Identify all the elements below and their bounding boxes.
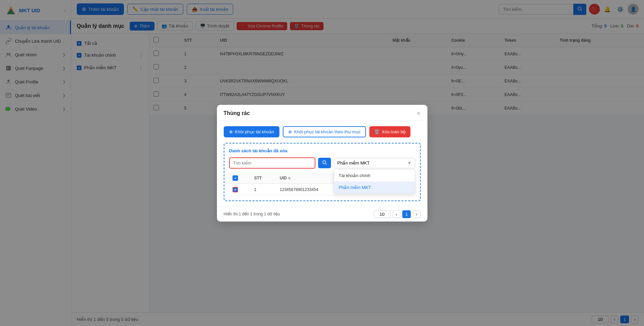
- modal-next-page-button[interactable]: ›: [413, 210, 420, 218]
- svg-line-17: [325, 163, 327, 165]
- modal-search-input[interactable]: [229, 157, 315, 169]
- sort-icon: ⇅: [288, 176, 291, 180]
- xoa-toan-bo-button[interactable]: 🗑️ Xóa toàn bộ: [369, 126, 410, 137]
- modal-header: Thùng rác ×: [217, 105, 427, 121]
- modal-page-1-button[interactable]: 1: [402, 210, 411, 218]
- modal-pagination: ‹ 1 ›: [374, 210, 421, 218]
- modal-close-button[interactable]: ×: [417, 110, 421, 116]
- dropdown-options-popup: Tài khoản chính Phần mềm MKT: [334, 169, 415, 194]
- deleted-list-section: Danh sách tài khoản đã xóa Tài khoản chí…: [224, 143, 421, 201]
- category-dropdown[interactable]: Tài khoản chính Phần mềm MKT: [334, 158, 415, 168]
- modal-row-checkbox[interactable]: [233, 187, 238, 192]
- modal-col-stt: STT: [251, 173, 276, 184]
- modal-dropdown-wrapper: Tài khoản chính Phần mềm MKT ▼ Tài khoản…: [334, 158, 415, 168]
- thung-rac-modal: Thùng rác × ⊕ Khôi phục tài khoản ⊕ Khôi…: [217, 105, 427, 222]
- modal-overlay[interactable]: Thùng rác × ⊕ Khôi phục tài khoản ⊕ Khôi…: [0, 0, 644, 326]
- svg-point-16: [323, 160, 326, 164]
- modal-prev-page-button[interactable]: ‹: [393, 210, 400, 218]
- modal-row-stt: 1: [251, 184, 276, 195]
- dropdown-option-tai-khoan-chinh[interactable]: Tài khoản chính: [334, 170, 415, 181]
- modal-page-info: Hiển thị 1 đến 1 trong 1 dữ liệu: [224, 212, 280, 216]
- modal-select-all-checkbox[interactable]: [233, 175, 238, 181]
- modal-page-size-input[interactable]: [374, 210, 391, 218]
- modal-title: Thùng rác: [224, 110, 250, 116]
- delete-all-icon: 🗑️: [374, 129, 380, 134]
- khoi-phuc-theo-thu-muc-button[interactable]: ⊕ Khôi phục tài khoản theo thư mục: [283, 126, 366, 137]
- modal-action-buttons: ⊕ Khôi phục tài khoản ⊕ Khôi phục tài kh…: [224, 126, 421, 137]
- khoi-phuc-tai-khoan-button[interactable]: ⊕ Khôi phục tài khoản: [224, 126, 280, 137]
- restore-folder-icon: ⊕: [288, 129, 292, 134]
- dropdown-option-phan-mem-mkt[interactable]: Phần mềm MKT: [334, 181, 415, 193]
- modal-footer: Hiển thị 1 đến 1 trong 1 dữ liệu ‹ 1 ›: [217, 207, 427, 222]
- modal-col-checkbox: [229, 173, 251, 184]
- modal-list-title: Danh sách tài khoản đã xóa: [229, 148, 415, 153]
- modal-body: ⊕ Khôi phục tài khoản ⊕ Khôi phục tài kh…: [217, 121, 427, 207]
- modal-row-checkbox-cell: [229, 184, 251, 195]
- modal-search-button[interactable]: [318, 158, 331, 168]
- restore-icon: ⊕: [229, 129, 233, 134]
- modal-search-row: Tài khoản chính Phần mềm MKT ▼ Tài khoản…: [229, 157, 415, 169]
